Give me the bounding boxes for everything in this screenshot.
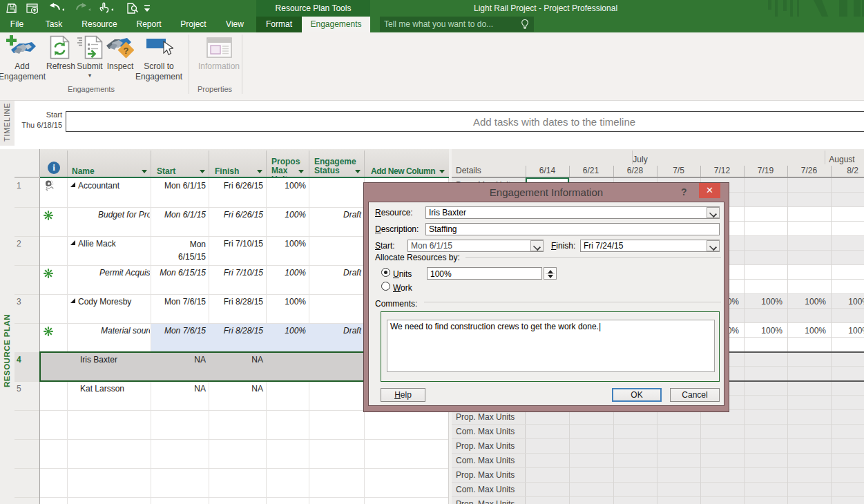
svg-text:?: ? [124,46,129,56]
